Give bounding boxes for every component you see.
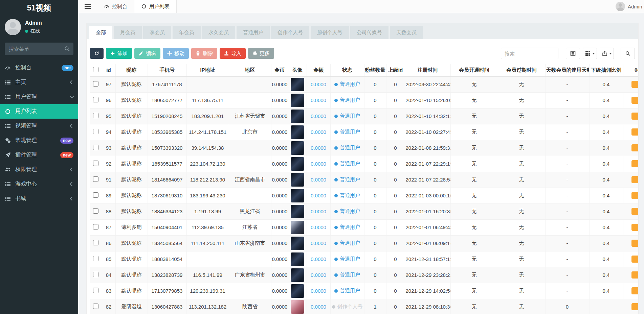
amount-link[interactable]: 0.0000 (311, 161, 326, 167)
import-button[interactable]: 导入 (220, 48, 246, 59)
row-checkbox[interactable] (93, 288, 98, 293)
column-header[interactable]: 上级id (386, 64, 405, 76)
row-checkbox[interactable] (93, 304, 98, 309)
row-avatar[interactable] (291, 94, 304, 107)
filter-tab-2[interactable]: 月会员 (114, 26, 142, 39)
amount-link[interactable]: 0.0000 (311, 113, 326, 119)
amount-link[interactable]: 0.0000 (311, 288, 326, 294)
move-button[interactable]: 移动 (163, 48, 189, 59)
filter-tab-5[interactable]: 永久会员 (202, 26, 235, 39)
sidebar-item-7[interactable]: 插件管理new (0, 148, 78, 162)
column-header[interactable]: 昵称 (115, 64, 148, 76)
filter-tab-3[interactable]: 季会员 (143, 26, 171, 39)
row-checkbox[interactable] (93, 97, 98, 102)
column-header[interactable]: 天数会员的使用天数 (545, 64, 589, 76)
column-header[interactable]: 金币 (271, 64, 288, 76)
export-button[interactable] (600, 48, 614, 59)
sidebar-item-8[interactable]: 权限管理 (0, 162, 78, 177)
row-checkbox[interactable] (93, 208, 98, 214)
truncated-badge[interactable] (631, 240, 639, 247)
row-checkbox[interactable] (93, 256, 98, 261)
filter-tab-9[interactable]: 公司传媒号 (350, 26, 388, 39)
row-avatar[interactable] (291, 78, 304, 91)
amount-link[interactable]: 0.0000 (311, 193, 326, 198)
columns-view-button[interactable] (583, 48, 597, 59)
column-header[interactable]: 下级抽佣比例 (589, 64, 623, 76)
row-avatar[interactable] (291, 141, 304, 155)
row-checkbox[interactable] (93, 145, 98, 150)
row-avatar[interactable] (291, 252, 304, 266)
row-avatar[interactable] (291, 300, 304, 314)
truncated-badge[interactable] (631, 224, 639, 231)
row-avatar[interactable] (291, 284, 304, 298)
filter-tab-8[interactable]: 原创个人号 (311, 26, 349, 39)
user-avatar[interactable] (5, 19, 21, 35)
add-button[interactable]: 添加 (106, 48, 132, 59)
amount-link[interactable]: 0.0000 (311, 145, 326, 151)
column-header[interactable]: 粉丝数量 (364, 64, 386, 76)
row-avatar[interactable] (291, 125, 304, 139)
column-header[interactable]: 注册时间 (405, 64, 450, 76)
row-avatar[interactable] (291, 189, 304, 202)
amount-link[interactable]: 0.0000 (311, 97, 326, 103)
row-checkbox[interactable] (93, 192, 98, 198)
amount-link[interactable]: 0.0000 (311, 81, 326, 87)
amount-link[interactable]: 0.0000 (311, 304, 326, 310)
more-button[interactable]: 更多 (248, 48, 274, 59)
truncated-badge[interactable] (631, 113, 639, 120)
filter-tab-7[interactable]: 创作个人号 (271, 26, 309, 39)
row-avatar[interactable] (291, 110, 304, 123)
row-checkbox[interactable] (93, 113, 98, 118)
amount-link[interactable]: 0.0000 (311, 272, 326, 278)
row-checkbox[interactable] (93, 81, 98, 87)
delete-button[interactable]: 删除 (191, 48, 217, 59)
truncated-badge[interactable] (631, 160, 639, 167)
column-header[interactable]: IP地址 (186, 64, 229, 76)
truncated-badge[interactable] (631, 256, 639, 263)
admin-menu[interactable]: Admin (616, 2, 643, 11)
row-checkbox[interactable] (93, 176, 98, 182)
sidebar-item-3[interactable]: 用户管理 (0, 90, 78, 104)
truncated-badge[interactable] (631, 81, 639, 88)
truncated-badge[interactable] (631, 192, 639, 199)
search-toggle-button[interactable] (621, 48, 635, 59)
amount-link[interactable]: 0.0000 (311, 129, 326, 135)
column-header[interactable]: 头像 (288, 64, 307, 76)
filter-tab-1[interactable]: 全部 (89, 26, 112, 39)
row-avatar[interactable] (291, 157, 304, 171)
amount-link[interactable]: 0.0000 (311, 177, 326, 183)
table-search-input[interactable] (501, 48, 558, 59)
row-checkbox[interactable] (93, 224, 98, 230)
row-checkbox[interactable] (93, 161, 98, 166)
topbar-tab-dashboard[interactable]: 控制台 (97, 0, 134, 13)
row-checkbox[interactable] (93, 240, 98, 245)
amount-link[interactable]: 0.0000 (311, 224, 326, 230)
amount-link[interactable]: 0.0000 (311, 209, 326, 214)
row-checkbox[interactable] (93, 129, 98, 134)
row-avatar[interactable] (291, 237, 304, 250)
column-header[interactable]: Id (102, 64, 115, 76)
truncated-badge[interactable] (631, 128, 639, 136)
column-header[interactable]: 金额 (307, 64, 330, 76)
row-avatar[interactable] (291, 173, 304, 187)
topbar-tab-user-list[interactable]: 用户列表 (134, 0, 177, 13)
refresh-button[interactable] (90, 48, 104, 59)
truncated-badge[interactable] (631, 208, 639, 215)
row-avatar[interactable] (291, 268, 304, 282)
truncated-badge[interactable] (631, 176, 639, 183)
row-checkbox[interactable] (93, 272, 98, 277)
edit-button[interactable]: 编辑 (134, 48, 160, 59)
column-header[interactable]: 会员开通时间 (450, 64, 498, 76)
column-header[interactable]: 手机号 (148, 64, 186, 76)
sidebar-item-9[interactable]: 游戏中心 (0, 177, 78, 191)
amount-link[interactable]: 0.0000 (311, 240, 326, 246)
sidebar-item-2[interactable]: 主页 (0, 75, 78, 90)
column-header[interactable]: 状态 (330, 64, 364, 76)
select-all-checkbox[interactable] (93, 67, 98, 72)
sidebar-search-input[interactable] (5, 43, 73, 55)
sidebar-item-10[interactable]: 书城 (0, 191, 78, 206)
row-avatar[interactable] (291, 205, 304, 218)
column-header[interactable]: 地区 (229, 64, 271, 76)
sidebar-item-1[interactable]: 控制台hot (0, 61, 78, 75)
filter-tab-4[interactable]: 年会员 (173, 26, 201, 39)
